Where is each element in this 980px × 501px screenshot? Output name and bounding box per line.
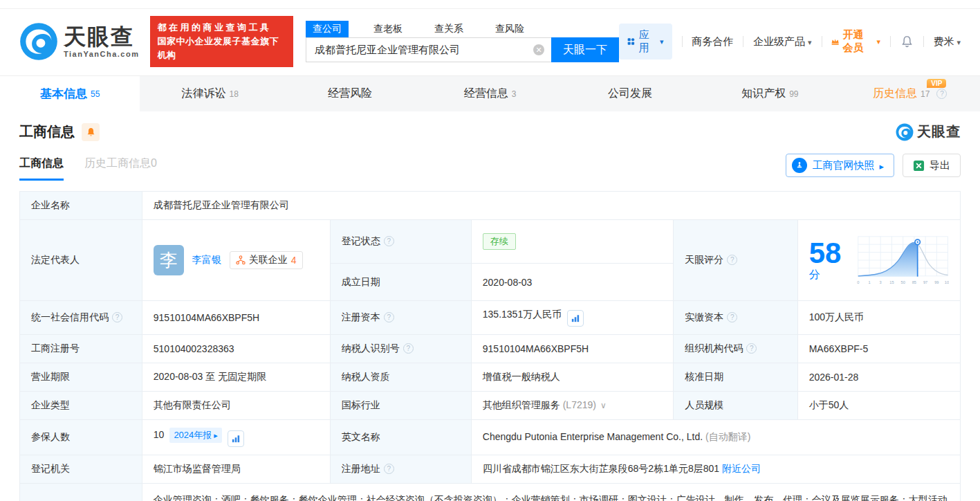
subtab-business-info[interactable]: 工商信息 — [19, 156, 64, 181]
paid-capital-label: 实缴资本 — [674, 301, 798, 335]
section-title: 工商信息 — [19, 122, 75, 141]
tab-basic-info[interactable]: 基本信息 55 — [0, 76, 140, 111]
score-distribution-chart: 0 1 3 15 50 85 97 99 100 — [857, 230, 949, 290]
tab-label: 经营信息 — [464, 86, 508, 101]
svg-text:97: 97 — [923, 281, 927, 285]
table-row: 企业类型 其他有限责任公司 国标行业 其他组织管理服务 (L7219) 人员规模… — [20, 392, 961, 420]
tab-history-info[interactable]: VIP 历史信息 17 — [840, 76, 980, 111]
reg-number-label: 工商注册号 — [20, 335, 142, 363]
industry-label: 国标行业 — [330, 392, 471, 420]
export-button[interactable]: 导出 — [903, 154, 961, 177]
auto-translate-note: (自动翻译) — [705, 431, 750, 442]
search-tab-risk[interactable]: 查风险 — [488, 21, 531, 37]
taxpayer-quality-value: 增值税一般纳税人 — [471, 363, 673, 392]
nearby-companies-link[interactable]: 附近公司 — [722, 463, 761, 474]
help-icon[interactable] — [112, 312, 122, 322]
insured-value: 10 — [154, 429, 165, 440]
business-term-value: 2020-08-03 至 无固定期限 — [142, 363, 330, 392]
crown-icon — [831, 37, 839, 47]
search-tabs: 查公司 查老板 查关系 查风险 — [306, 21, 619, 37]
help-icon[interactable] — [384, 464, 394, 474]
reg-capital-label: 注册资本 — [330, 301, 471, 335]
user-menu[interactable]: 费米 — [933, 35, 961, 48]
business-cooperation-link[interactable]: 商务合作 — [692, 35, 733, 48]
excel-icon — [913, 160, 925, 172]
table-row: 经营范围 企业管理咨询；酒吧；餐饮服务；餐饮企业管理；社会经济咨询（不含投资咨询… — [20, 484, 961, 501]
search-tab-boss[interactable]: 查老板 — [367, 21, 409, 37]
related-companies-badge[interactable]: 关联企业 4 — [230, 251, 303, 269]
apps-grid-icon — [627, 36, 635, 47]
subscribe-bell-button[interactable] — [82, 123, 100, 141]
subtab-history-business-info[interactable]: 历史工商信息0 — [84, 156, 157, 181]
tab-operating-info[interactable]: 经营信息 3 — [420, 76, 560, 111]
status-badge: 存续 — [483, 233, 516, 250]
divider — [743, 36, 743, 47]
reg-authority-label: 登记机关 — [20, 455, 142, 484]
legal-rep-label: 法定代表人 — [20, 220, 142, 301]
enterprise-products-menu[interactable]: 企业级产品 — [753, 35, 812, 48]
insured-label: 参保人数 — [20, 420, 142, 455]
related-count: 4 — [291, 255, 297, 266]
score-value: 58 — [809, 237, 842, 269]
apps-menu[interactable]: 应用 — [619, 24, 672, 60]
svg-text:85: 85 — [912, 281, 916, 285]
legal-rep-avatar[interactable]: 李 — [154, 245, 184, 275]
search-button[interactable]: 天眼一下 — [551, 37, 619, 62]
est-date-label: 成立日期 — [330, 263, 471, 301]
help-icon[interactable] — [727, 312, 737, 322]
staff-size-value: 小于50人 — [797, 392, 960, 420]
insured-trend-button[interactable] — [228, 430, 244, 447]
org-chart-icon — [236, 255, 246, 265]
bar-chart-icon — [571, 314, 580, 322]
search-tab-company[interactable]: 查公司 — [306, 21, 349, 37]
tianyancha-logo-icon — [19, 22, 58, 61]
tab-label: 历史信息 — [873, 86, 917, 101]
search-input[interactable] — [306, 37, 551, 62]
english-name-cell: Chengdu Putonia Enterprise Management Co… — [471, 420, 960, 455]
score-label: 天眼评分 — [674, 220, 798, 301]
help-icon[interactable] — [403, 343, 414, 354]
tab-operating-risk[interactable]: 经营风险 — [280, 76, 420, 111]
business-scope-value: 企业管理咨询；酒吧；餐饮服务；餐饮企业管理；社会经济咨询（不含投资咨询）；企业营… — [142, 484, 960, 501]
help-icon[interactable] — [384, 236, 394, 246]
reg-status-label: 登记状态 — [330, 220, 471, 263]
watermark-logo: 天眼查 — [896, 122, 961, 141]
legal-rep-link[interactable]: 李富银 — [192, 254, 221, 266]
reg-authority-value: 锦江市场监督管理局 — [142, 455, 330, 484]
apps-label: 应用 — [639, 28, 653, 55]
notifications-button[interactable] — [900, 35, 914, 48]
slogan-line-1: 都在用的商业查询工具 — [157, 21, 286, 35]
help-icon[interactable] — [384, 312, 394, 322]
help-icon[interactable] — [746, 343, 757, 354]
org-code-label: 组织机构代码 — [674, 335, 798, 363]
arrow-right-icon — [879, 160, 884, 172]
tianyancha-logo[interactable]: 天眼查 TianYanCha.com — [19, 22, 139, 61]
english-name-value: Chengdu Putonia Enterprise Management Co… — [483, 431, 703, 442]
help-icon[interactable] — [727, 255, 737, 265]
paid-capital-value: 100万人民币 — [797, 301, 960, 335]
bar-chart-icon — [232, 435, 240, 443]
industry-code: (L7219) — [563, 399, 607, 410]
annual-report-badge[interactable]: 2024年报 — [169, 428, 221, 443]
reg-capital-value: 135.1351万人民币 — [483, 309, 562, 320]
tab-company-development[interactable]: 公司发展 — [560, 76, 700, 111]
tab-label: 经营风险 — [328, 86, 372, 101]
credit-code-label: 统一社会信用代码 — [20, 301, 142, 335]
address-value: 四川省成都市锦江区东大街芷泉段68号2栋1单元8层801 — [483, 463, 719, 474]
svg-text:1: 1 — [868, 281, 870, 285]
tab-intellectual-property[interactable]: 知识产权 99 — [700, 76, 840, 111]
industry-cell[interactable]: 其他组织管理服务 (L7219) — [471, 392, 673, 420]
capital-trend-button[interactable] — [567, 310, 584, 327]
svg-text:3: 3 — [879, 281, 881, 285]
snapshot-label: 工商官网快照 — [812, 159, 874, 172]
search-tab-relation[interactable]: 查关系 — [427, 21, 470, 37]
svg-text:50: 50 — [900, 281, 905, 285]
help-icon[interactable] — [936, 89, 947, 99]
stamp-icon — [792, 158, 807, 173]
official-snapshot-button[interactable]: 工商官网快照 — [786, 154, 894, 177]
taxpayer-id-label: 纳税人识别号 — [330, 335, 471, 363]
tab-label: 知识产权 — [741, 86, 786, 101]
table-row: 工商注册号 510104002328363 纳税人识别号 91510104MA6… — [20, 335, 961, 363]
tab-legal-proceedings[interactable]: 法律诉讼 18 — [140, 76, 279, 111]
vip-membership-menu[interactable]: 开通会员 — [831, 28, 880, 55]
